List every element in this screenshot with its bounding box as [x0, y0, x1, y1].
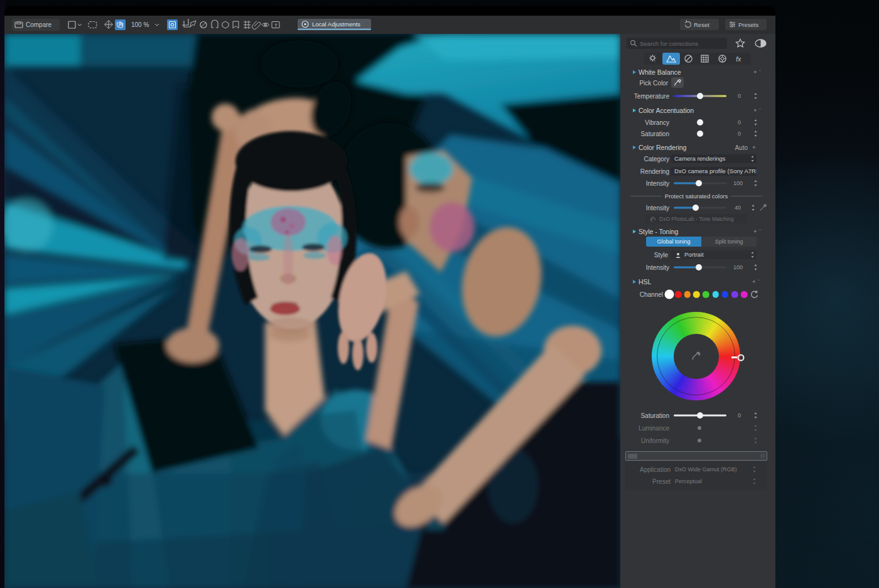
svg-text:Presets: Presets — [738, 21, 758, 28]
svg-text:Compare: Compare — [26, 21, 52, 28]
svg-text:100 %: 100 % — [131, 21, 149, 28]
svg-text:T: T — [274, 23, 278, 28]
svg-text:Reset: Reset — [694, 21, 709, 28]
svg-text:Local Adjustments: Local Adjustments — [312, 21, 360, 28]
